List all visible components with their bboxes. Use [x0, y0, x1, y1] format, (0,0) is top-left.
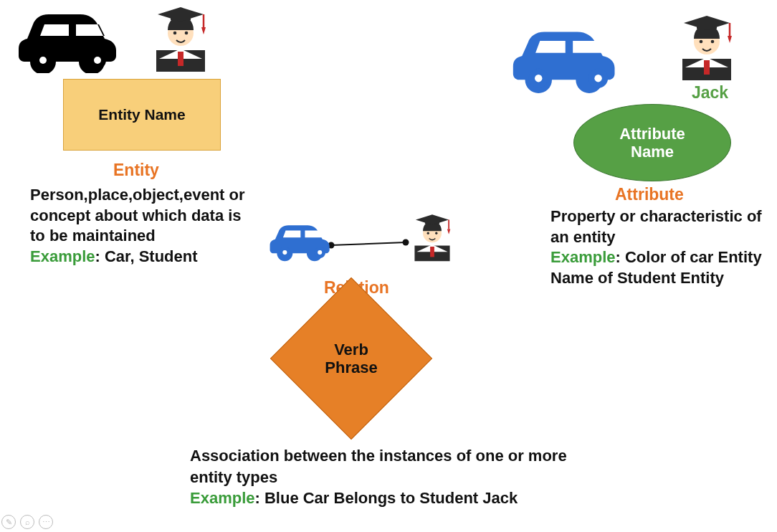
attribute-description: Property or characteristic of an entity … [550, 206, 773, 288]
svg-rect-6 [178, 52, 183, 66]
student-icon [668, 9, 745, 86]
relation-desc-text: Association between the instances of one… [190, 447, 567, 486]
zoom-icon[interactable]: ⌕ [20, 515, 34, 529]
svg-marker-27 [728, 36, 732, 43]
corner-toolbar: ✎ ⌕ ⋯ [1, 515, 53, 529]
svg-rect-20 [704, 60, 710, 75]
entity-box-label: Entity Name [98, 106, 185, 123]
student-icon [142, 0, 219, 77]
svg-point-22 [700, 40, 703, 44]
svg-point-9 [185, 32, 189, 35]
attribute-ellipse: AttributeName [573, 104, 731, 181]
svg-point-34 [318, 250, 322, 255]
relation-example-label: Example [190, 489, 255, 507]
relation-diamond-label: VerbPhrase [265, 301, 437, 416]
student-icon [404, 209, 460, 265]
svg-marker-13 [201, 27, 206, 34]
relation-diamond: VerbPhrase [265, 301, 437, 416]
attribute-desc-text: Property or characteristic of an entity [550, 207, 762, 246]
svg-rect-25 [697, 22, 717, 29]
attribute-example-label: Example [550, 248, 616, 266]
svg-point-40 [435, 232, 437, 234]
attribute-title: Attribute [615, 185, 684, 204]
entity-description: Person,place,object,event or concept abo… [30, 185, 252, 267]
relation-description: Association between the instances of one… [190, 445, 570, 509]
svg-point-1 [39, 57, 47, 64]
car-icon [502, 22, 638, 93]
entity-rectangle: Entity Name [63, 79, 221, 151]
attribute-ellipse-label: AttributeName [619, 125, 685, 161]
svg-point-3 [94, 57, 101, 64]
svg-point-32 [282, 250, 287, 255]
svg-rect-42 [425, 219, 439, 224]
svg-rect-37 [430, 247, 434, 257]
svg-point-15 [535, 75, 542, 82]
entity-example-text: : Car, Student [95, 247, 198, 265]
relation-example-text: : Blue Car Belongs to Student Jack [255, 489, 518, 507]
svg-rect-11 [171, 13, 191, 20]
svg-point-39 [427, 232, 429, 234]
entity-title: Entity [113, 161, 159, 180]
svg-point-8 [173, 32, 177, 35]
car-icon [264, 215, 343, 265]
jack-label: Jack [692, 83, 728, 103]
more-icon[interactable]: ⋯ [39, 515, 53, 529]
svg-marker-44 [447, 229, 450, 234]
entity-desc-text: Person,place,object,event or concept abo… [30, 186, 245, 244]
entity-example-label: Example [30, 247, 95, 265]
pen-icon[interactable]: ✎ [1, 515, 16, 529]
svg-point-23 [711, 40, 715, 44]
svg-point-17 [594, 75, 601, 82]
car-icon [9, 4, 138, 73]
